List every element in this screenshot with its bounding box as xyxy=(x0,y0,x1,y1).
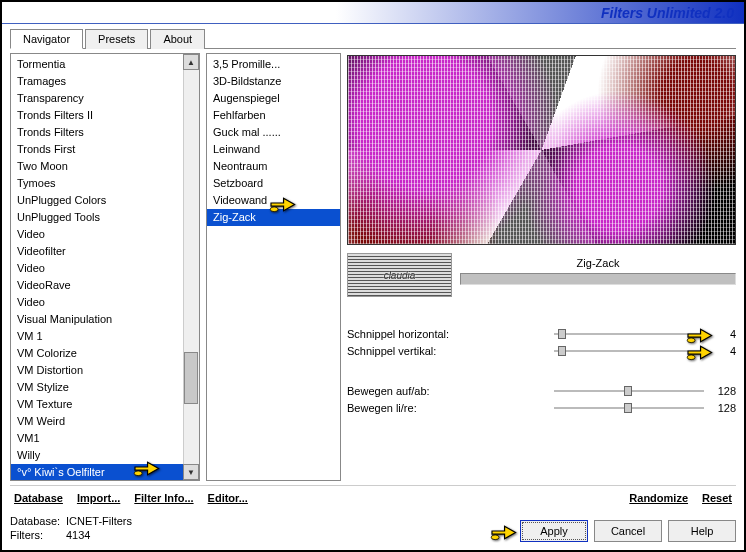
list-item[interactable]: Tronds Filters II xyxy=(11,107,199,124)
list-item[interactable]: Augenspiegel xyxy=(207,90,340,107)
param-slider[interactable] xyxy=(554,384,704,398)
list-item[interactable]: Guck mal ...... xyxy=(207,124,340,141)
list-item[interactable]: VM Stylize xyxy=(11,379,199,396)
progress-bar xyxy=(460,273,736,285)
params-block-1: Schnippel horizontal:4Schnippel vertikal… xyxy=(347,325,736,417)
list-item[interactable]: Neontraum xyxy=(207,158,340,175)
svg-point-4 xyxy=(491,535,499,540)
randomize-button[interactable]: Randomize xyxy=(629,492,688,504)
preview-panel: claudia Zig-Zack Schnippel horizontal:4S… xyxy=(347,53,736,481)
param-value: 128 xyxy=(710,385,736,397)
param-row: Schnippel horizontal:4 xyxy=(347,326,736,342)
pointer-hand-icon xyxy=(488,520,518,542)
scroll-down-icon[interactable]: ▼ xyxy=(183,464,199,480)
dialog-buttons: Apply Cancel Help xyxy=(520,520,736,542)
list-item[interactable]: UnPlugged Colors xyxy=(11,192,199,209)
filter-info-button[interactable]: Filter Info... xyxy=(134,492,193,504)
list-item[interactable]: Leinwand xyxy=(207,141,340,158)
toolbar: Database Import... Filter Info... Editor… xyxy=(10,485,736,510)
apply-button[interactable]: Apply xyxy=(520,520,588,542)
list-item[interactable]: Tymoes xyxy=(11,175,199,192)
param-slider[interactable] xyxy=(554,327,704,341)
list-item[interactable]: VM Colorize xyxy=(11,345,199,362)
list-item[interactable]: Video xyxy=(11,260,199,277)
param-slider[interactable] xyxy=(554,344,704,358)
param-value: 128 xyxy=(710,402,736,414)
scroll-up-icon[interactable]: ▲ xyxy=(183,54,199,70)
list-item[interactable]: Video xyxy=(11,294,199,311)
help-button[interactable]: Help xyxy=(668,520,736,542)
author-logo: claudia xyxy=(347,253,452,297)
list-item[interactable]: Willy xyxy=(11,447,199,464)
filter-title-row: claudia Zig-Zack xyxy=(347,253,736,297)
list-item[interactable]: Visual Manipulation xyxy=(11,311,199,328)
scrollbar-thumb[interactable] xyxy=(184,352,198,404)
database-button[interactable]: Database xyxy=(14,492,63,504)
tab-strip: Navigator Presets About xyxy=(10,28,736,49)
list-item[interactable]: VM Weird xyxy=(11,413,199,430)
param-row: Bewegen auf/ab:128 xyxy=(347,383,736,399)
param-value: 4 xyxy=(710,345,736,357)
import-button[interactable]: Import... xyxy=(77,492,120,504)
list-item[interactable]: VideoRave xyxy=(11,277,199,294)
footer: Database:ICNET-Filters Filters:4134 Appl… xyxy=(10,514,736,542)
param-label: Bewegen li/re: xyxy=(347,402,548,414)
window: Filters Unlimited 2.0 Navigator Presets … xyxy=(0,0,746,552)
filter-name-box: Zig-Zack xyxy=(460,255,736,295)
param-row: Schnippel vertikal:4 xyxy=(347,343,736,359)
list-item[interactable]: VM Distortion xyxy=(11,362,199,379)
main-row: TormentiaTramagesTransparencyTronds Filt… xyxy=(10,53,736,481)
filter-list[interactable]: 3,5 Promille...3D-BildstanzeAugenspiegel… xyxy=(206,53,341,481)
list-item[interactable]: Tronds First xyxy=(11,141,199,158)
preview-image xyxy=(347,55,736,245)
list-item[interactable]: VM1 xyxy=(11,430,199,447)
list-item[interactable]: Video xyxy=(11,226,199,243)
list-item[interactable]: Transparency xyxy=(11,90,199,107)
list-item[interactable]: Zig-Zack xyxy=(207,209,340,226)
scrollbar-track[interactable]: ▲ ▼ xyxy=(183,54,199,480)
param-slider[interactable] xyxy=(554,401,704,415)
list-item[interactable]: 3D-Bildstanze xyxy=(207,73,340,90)
list-item[interactable]: 3,5 Promille... xyxy=(207,56,340,73)
list-item[interactable]: UnPlugged Tools xyxy=(11,209,199,226)
param-value: 4 xyxy=(710,328,736,340)
app-title: Filters Unlimited 2.0 xyxy=(601,5,734,21)
reset-button[interactable]: Reset xyxy=(702,492,732,504)
list-item[interactable]: Tramages xyxy=(11,73,199,90)
filter-name: Zig-Zack xyxy=(460,255,736,273)
list-item[interactable]: °v° Kiwi`s Oelfilter xyxy=(11,464,199,481)
list-item[interactable]: VM 1 xyxy=(11,328,199,345)
param-label: Schnippel horizontal: xyxy=(347,328,548,340)
list-item[interactable]: VM Texture xyxy=(11,396,199,413)
content: Navigator Presets About TormentiaTramage… xyxy=(2,24,744,550)
slider-thumb[interactable] xyxy=(624,386,632,396)
list-item[interactable]: Tormentia xyxy=(11,56,199,73)
list-item[interactable]: Videowand xyxy=(207,192,340,209)
slider-thumb[interactable] xyxy=(558,329,566,339)
category-list[interactable]: TormentiaTramagesTransparencyTronds Filt… xyxy=(10,53,200,481)
param-row: Bewegen li/re:128 xyxy=(347,400,736,416)
titlebar: Filters Unlimited 2.0 xyxy=(2,2,744,24)
tab-presets[interactable]: Presets xyxy=(85,29,148,49)
list-item[interactable]: Two Moon xyxy=(11,158,199,175)
editor-button[interactable]: Editor... xyxy=(208,492,248,504)
cancel-button[interactable]: Cancel xyxy=(594,520,662,542)
tab-about[interactable]: About xyxy=(150,29,205,49)
tab-navigator[interactable]: Navigator xyxy=(10,29,83,49)
db-info: Database:ICNET-Filters Filters:4134 xyxy=(10,514,132,542)
slider-thumb[interactable] xyxy=(558,346,566,356)
param-label: Schnippel vertikal: xyxy=(347,345,548,357)
param-label: Bewegen auf/ab: xyxy=(347,385,548,397)
slider-thumb[interactable] xyxy=(624,403,632,413)
list-item[interactable]: Videofilter xyxy=(11,243,199,260)
list-item[interactable]: Setzboard xyxy=(207,175,340,192)
list-item[interactable]: Tronds Filters xyxy=(11,124,199,141)
list-item[interactable]: Fehlfarben xyxy=(207,107,340,124)
